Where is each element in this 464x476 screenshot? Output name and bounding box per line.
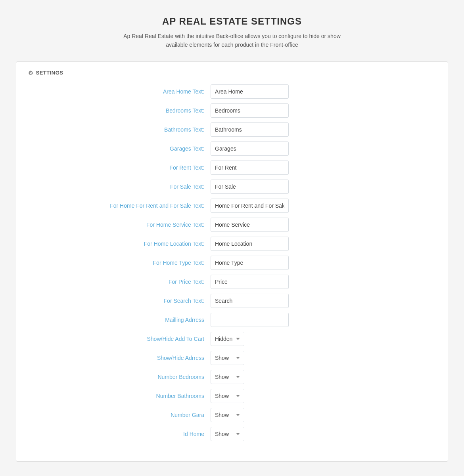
settings-card: ⚙ SETTINGS Area Home Text:Bedrooms Text:… — [16, 61, 448, 462]
label-area-home-text: Area Home Text: — [28, 88, 211, 95]
input-for-rent-text[interactable] — [211, 161, 289, 175]
form-row-for-search-text: For Search Text: — [28, 293, 436, 308]
field-wrapper-for-home-type-text — [211, 256, 436, 270]
label-for-sale-text: For Sale Text: — [28, 184, 211, 190]
settings-title-text: SETTINGS — [36, 70, 63, 76]
label-for-search-text: For Search Text: — [28, 298, 211, 304]
label-number-gara: Number Gara — [28, 412, 211, 418]
label-for-home-location-text: For Home Location Text: — [28, 241, 211, 247]
form-row-mailing-address: Mailling Adrress — [28, 312, 436, 327]
label-id-home: Id Home — [28, 431, 211, 437]
gear-icon: ⚙ — [28, 70, 34, 76]
form-row-number-gara: Number GaraShowHidden — [28, 407, 436, 422]
label-for-rent-text: For Rent Text: — [28, 164, 211, 171]
select-show-hide-address[interactable]: ShowHidden — [211, 351, 244, 365]
label-show-hide-add-to-cart: Show/Hide Add To Cart — [28, 336, 211, 342]
form-row-for-home-service-text: For Home Service Text: — [28, 217, 436, 232]
input-garages-text[interactable] — [211, 141, 289, 156]
form-row-for-sale-text: For Sale Text: — [28, 179, 436, 194]
field-wrapper-for-home-service-text — [211, 218, 436, 232]
form-row-for-rent-text: For Rent Text: — [28, 160, 436, 175]
field-wrapper-for-rent-text — [211, 161, 436, 175]
form-row-for-home-type-text: For Home Type Text: — [28, 255, 436, 270]
select-show-hide-add-to-cart[interactable]: HiddenShow — [211, 332, 244, 346]
label-mailing-address: Mailling Adrress — [28, 317, 211, 323]
input-bathrooms-text[interactable] — [211, 122, 289, 137]
select-id-home[interactable]: ShowHidden — [211, 427, 244, 441]
field-wrapper-for-home-location-text — [211, 237, 436, 251]
field-wrapper-for-sale-text — [211, 180, 436, 194]
input-for-home-type-text[interactable] — [211, 256, 289, 270]
field-wrapper-mailing-address — [211, 313, 436, 327]
input-for-home-location-text[interactable] — [211, 237, 289, 251]
page-title: AP REAL ESTATE SETTINGS — [8, 16, 456, 27]
form-row-for-price-text: For Price Text: — [28, 274, 436, 289]
label-for-home-type-text: For Home Type Text: — [28, 260, 211, 266]
input-for-sale-text[interactable] — [211, 180, 289, 194]
field-wrapper-for-search-text — [211, 294, 436, 308]
input-area-home-text[interactable] — [211, 84, 289, 99]
label-for-home-rent-sale-text: For Home For Rent and For Sale Text: — [28, 203, 211, 209]
label-bathrooms-text: Bathrooms Text: — [28, 126, 211, 133]
input-for-home-rent-sale-text[interactable] — [211, 199, 289, 213]
field-wrapper-for-price-text — [211, 275, 436, 289]
label-for-home-service-text: For Home Service Text: — [28, 222, 211, 228]
form-row-for-home-rent-sale-text: For Home For Rent and For Sale Text: — [28, 198, 436, 213]
page-subtitle: Ap Real Real Estate with the intuitive B… — [8, 32, 456, 50]
input-for-price-text[interactable] — [211, 275, 289, 289]
page-header: AP REAL ESTATE SETTINGS Ap Real Real Est… — [0, 0, 464, 61]
label-for-price-text: For Price Text: — [28, 279, 211, 285]
field-wrapper-show-hide-add-to-cart: HiddenShow — [211, 332, 436, 346]
field-wrapper-number-bathrooms: ShowHidden — [211, 389, 436, 403]
input-mailing-address[interactable] — [211, 313, 289, 327]
settings-form: Area Home Text:Bedrooms Text:Bathrooms T… — [28, 84, 436, 442]
form-row-bathrooms-text: Bathrooms Text: — [28, 122, 436, 137]
field-wrapper-id-home: ShowHidden — [211, 427, 436, 441]
input-for-search-text[interactable] — [211, 294, 289, 308]
field-wrapper-bathrooms-text — [211, 122, 436, 137]
label-show-hide-address: Show/Hide Adrress — [28, 355, 211, 361]
form-row-bedrooms-text: Bedrooms Text: — [28, 103, 436, 118]
field-wrapper-for-home-rent-sale-text — [211, 199, 436, 213]
select-number-bedrooms[interactable]: ShowHidden — [211, 370, 244, 384]
form-row-area-home-text: Area Home Text: — [28, 84, 436, 99]
settings-section-title: ⚙ SETTINGS — [28, 70, 436, 76]
form-row-number-bathrooms: Number BathroomsShowHidden — [28, 388, 436, 403]
label-garages-text: Garages Text: — [28, 145, 211, 152]
select-number-gara[interactable]: ShowHidden — [211, 408, 244, 422]
form-row-show-hide-address: Show/Hide AdrressShowHidden — [28, 350, 436, 365]
label-number-bedrooms: Number Bedrooms — [28, 374, 211, 380]
label-number-bathrooms: Number Bathrooms — [28, 393, 211, 399]
input-bedrooms-text[interactable] — [211, 103, 289, 118]
field-wrapper-number-bedrooms: ShowHidden — [211, 370, 436, 384]
select-number-bathrooms[interactable]: ShowHidden — [211, 389, 244, 403]
field-wrapper-show-hide-address: ShowHidden — [211, 351, 436, 365]
form-row-show-hide-add-to-cart: Show/Hide Add To CartHiddenShow — [28, 331, 436, 346]
input-for-home-service-text[interactable] — [211, 218, 289, 232]
form-row-for-home-location-text: For Home Location Text: — [28, 236, 436, 251]
field-wrapper-number-gara: ShowHidden — [211, 408, 436, 422]
field-wrapper-garages-text — [211, 141, 436, 156]
field-wrapper-area-home-text — [211, 84, 436, 99]
form-row-garages-text: Garages Text: — [28, 141, 436, 156]
form-row-id-home: Id HomeShowHidden — [28, 426, 436, 442]
label-bedrooms-text: Bedrooms Text: — [28, 107, 211, 114]
field-wrapper-bedrooms-text — [211, 103, 436, 118]
form-row-number-bedrooms: Number BedroomsShowHidden — [28, 369, 436, 384]
